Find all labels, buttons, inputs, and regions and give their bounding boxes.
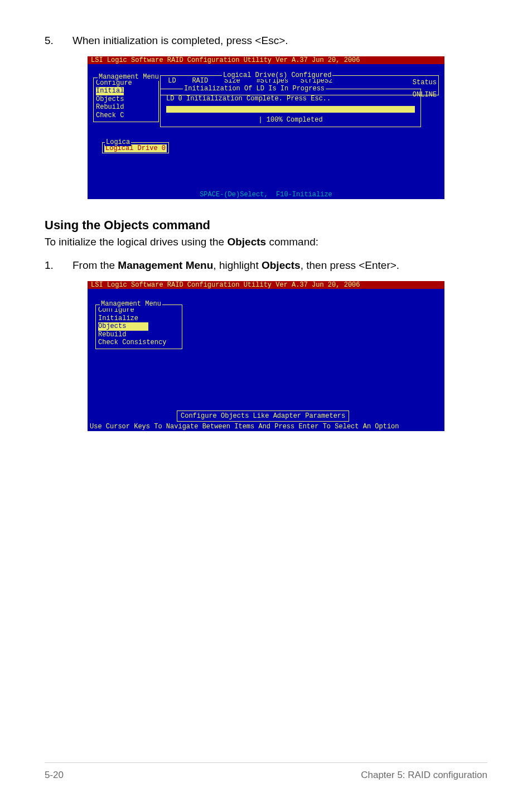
- bios1-logica-box: Logica Logical Drive 0: [102, 142, 169, 153]
- bios2-titlebar: LSI Logic Software RAID Configuration Ut…: [88, 281, 444, 289]
- bios2-menu-rebuild[interactable]: Rebuild: [98, 331, 180, 339]
- bios2-menu-objects[interactable]: Objects: [98, 322, 148, 330]
- bios1-footer: SPACE-(De)Select, F10-Initialize: [88, 190, 444, 199]
- bios-screenshot-1: LSI Logic Software RAID Configuration Ut…: [88, 56, 444, 200]
- section-p-c: command:: [266, 236, 318, 248]
- step-1: 1. From the Management Menu, highlight O…: [45, 258, 487, 273]
- bios2-menu-check[interactable]: Check Consistency: [98, 339, 180, 346]
- step-1-number: 1.: [45, 258, 60, 273]
- step-5-text: When initialization is completed, press …: [72, 33, 288, 49]
- step1-d: Objects: [262, 259, 301, 271]
- bios1-init-label: Initialization Of LD Is In Progress: [183, 85, 326, 93]
- footer-rule: [45, 762, 487, 763]
- bios1-status-heading: Status: [413, 79, 437, 86]
- bios1-progress-bar: [166, 106, 415, 113]
- bios1-management-menu: Management Menu Configure Initial Object…: [93, 78, 159, 122]
- bios1-titlebar: LSI Logic Software RAID Configuration Ut…: [88, 56, 444, 64]
- step-5-number: 5.: [45, 33, 60, 49]
- bios1-logica-label: Logica: [105, 138, 131, 146]
- page-number: 5-20: [45, 770, 64, 781]
- bios1-init-message: LD 0 Initialization Complete. Press Esc.…: [166, 95, 415, 103]
- section-p-b: Objects: [227, 236, 266, 248]
- bios1-menu-initial[interactable]: Initial: [96, 87, 124, 95]
- step1-a: From the: [72, 259, 118, 271]
- bios1-progress-label: | 100% Completed: [166, 116, 415, 124]
- bios1-menu-objects[interactable]: Objects: [96, 95, 156, 103]
- bios1-ld-panel-label: Logical Drive(s) Configured: [222, 71, 332, 79]
- step1-b: Management Menu: [118, 259, 213, 271]
- bios1-init-panel: Initialization Of LD Is In Progress LD 0…: [160, 89, 421, 127]
- step1-c: , highlight: [213, 259, 262, 271]
- bios-screenshot-2: LSI Logic Software RAID Configuration Ut…: [88, 281, 444, 431]
- bios2-management-menu: Management Menu Configure Initialize Obj…: [95, 305, 182, 349]
- step1-e: , then press <Enter>.: [301, 259, 399, 271]
- bios1-menu-label: Management Menu: [98, 73, 160, 81]
- step-5: 5. When initialization is completed, pre…: [45, 33, 487, 49]
- step-1-text: From the Management Menu, highlight Obje…: [72, 258, 399, 273]
- bios2-help-text: Configure Objects Like Adapter Parameter…: [177, 410, 349, 422]
- bios1-menu-check[interactable]: Check C: [96, 112, 156, 119]
- section-p-a: To initialize the logical drives using t…: [45, 236, 227, 248]
- section-paragraph: To initialize the logical drives using t…: [45, 236, 487, 248]
- bios2-menu-label: Management Menu: [100, 300, 162, 308]
- bios1-menu-rebuild[interactable]: Rebuild: [96, 103, 156, 111]
- section-heading: Using the Objects command: [45, 218, 487, 233]
- bios2-menu-initialize[interactable]: Initialize: [98, 315, 180, 322]
- bios2-footer: Use Cursor Keys To Navigate Between Item…: [88, 423, 444, 431]
- chapter-label: Chapter 5: RAID configuration: [361, 770, 487, 781]
